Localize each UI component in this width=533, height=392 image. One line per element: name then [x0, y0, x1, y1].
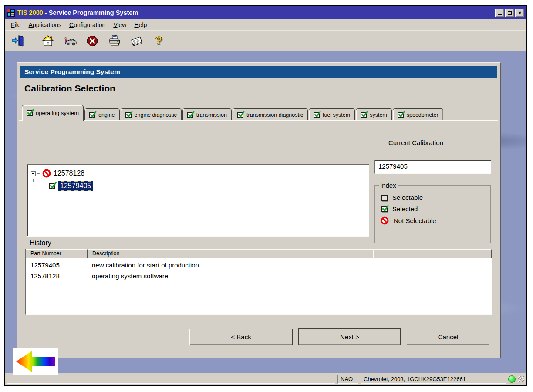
checked-checkbox-icon — [125, 112, 132, 118]
status-led-icon — [508, 375, 516, 383]
history-part-number: 12578128 — [26, 272, 88, 280]
tab-engine-diagnostic[interactable]: engine diagnostic — [121, 108, 182, 121]
minimize-icon — [498, 14, 502, 15]
tab-content: Current Calibration 12578128 — [17, 121, 500, 358]
checked-checkbox-icon — [361, 112, 367, 118]
rainbow-cursor-box — [13, 348, 58, 375]
history-description: operating system software — [88, 272, 168, 280]
legend-item-selected: Selected — [381, 205, 490, 213]
not-selectable-icon — [42, 169, 51, 178]
documents-icon — [130, 34, 143, 47]
cancel-button[interactable]: Cancel — [407, 329, 489, 345]
tab-operating-system[interactable]: operating system — [22, 105, 84, 121]
tree-node-root[interactable]: 12578128 — [31, 169, 84, 178]
status-region: NAO — [337, 375, 358, 384]
selected-checkbox-icon[interactable] — [49, 183, 55, 189]
window-title-doc: - Service Programming System — [43, 9, 138, 16]
menu-bar: File Applications Configuration View Hel… — [5, 19, 526, 30]
tab-engine[interactable]: engine — [84, 108, 120, 121]
svg-text:?: ? — [155, 34, 162, 47]
menu-configuration[interactable]: Configuration — [65, 20, 109, 30]
toolbar-vehicle-button[interactable] — [61, 32, 79, 50]
index-legend: Index Selectable Selected Not Selectable — [374, 182, 491, 243]
tab-transmission-diagnostic[interactable]: transmission diagnostic — [233, 108, 308, 121]
selected-checkbox-icon — [381, 206, 388, 212]
legend-label: Not Selectable — [394, 217, 436, 224]
back-button[interactable]: < Back — [189, 329, 293, 345]
history-part-number: 12579405 — [26, 261, 88, 269]
maximize-button[interactable] — [505, 9, 514, 17]
checked-checkbox-icon — [398, 112, 404, 118]
close-button[interactable]: × — [515, 9, 524, 17]
history-table-header: Part Number Description — [26, 249, 492, 258]
legend-item-selectable: Selectable — [381, 194, 490, 201]
exit-icon — [11, 34, 24, 47]
history-label: History — [30, 239, 51, 247]
toolbar-documents-button[interactable] — [128, 32, 146, 50]
history-table: Part Number Description 12579405 new cal… — [25, 249, 492, 315]
app-window: TIS 2000 - Service Programming System × … — [4, 5, 527, 386]
tab-fuel-system[interactable]: fuel system — [309, 108, 355, 121]
toolbar-exit-button[interactable] — [9, 32, 27, 50]
window-title-app: TIS 2000 — [17, 9, 43, 16]
panel-header: Service Programming System — [20, 66, 497, 78]
tree-node-label-selected[interactable]: 12579405 — [58, 181, 93, 191]
tab-strip: operating system engine engine diagnosti… — [22, 103, 496, 121]
help-icon: ? ? — [152, 34, 165, 47]
menu-file[interactable]: File — [7, 20, 25, 30]
toolbar-help-button[interactable]: ? ? — [150, 32, 168, 50]
index-legend-title: Index — [379, 182, 398, 189]
status-message-panel — [7, 375, 335, 384]
menu-help[interactable]: Help — [130, 20, 151, 30]
column-header-part-number[interactable]: Part Number — [26, 249, 88, 258]
close-icon: × — [518, 10, 522, 16]
legend-label: Selectable — [392, 194, 423, 201]
checked-checkbox-icon — [89, 112, 95, 118]
column-header-description[interactable]: Description — [88, 249, 373, 258]
history-row[interactable]: 12578128 operating system software — [26, 270, 492, 281]
not-selectable-icon — [381, 216, 389, 225]
vehicle-icon — [64, 34, 77, 47]
sps-panel: Service Programming System Calibration S… — [17, 62, 501, 358]
history-row[interactable]: 12579405 new calibration for start of pr… — [26, 260, 492, 270]
menu-applications[interactable]: Applications — [25, 20, 66, 30]
toolbar: ? ? — [5, 30, 526, 51]
page-title: Calibration Selection — [24, 83, 115, 94]
workspace: Service Programming System Calibration S… — [5, 51, 526, 373]
toolbar-home-button[interactable] — [39, 32, 57, 50]
window-title: TIS 2000 - Service Programming System — [17, 9, 493, 16]
menu-view[interactable]: View — [109, 20, 130, 30]
rainbow-arrow-icon — [16, 351, 55, 372]
toolbar-print-button[interactable] — [105, 32, 124, 50]
title-bar: TIS 2000 - Service Programming System × — [5, 6, 526, 19]
checked-checkbox-icon — [187, 112, 193, 118]
resize-grip[interactable] — [518, 376, 524, 382]
maximize-icon — [508, 11, 512, 15]
checked-checkbox-icon — [27, 110, 33, 116]
status-bar: NAO Chevrolet, 2003, 1GCHK29G53E122661 — [5, 373, 526, 385]
home-icon — [41, 34, 54, 47]
tab-system[interactable]: system — [356, 108, 392, 121]
next-button[interactable]: Next > — [299, 329, 401, 345]
checked-checkbox-icon — [237, 112, 243, 118]
calibration-tree[interactable]: 12578128 12579405 — [27, 164, 369, 237]
legend-label: Selected — [392, 205, 418, 213]
checked-checkbox-icon — [314, 112, 320, 118]
stop-icon — [86, 34, 99, 47]
toolbar-stop-button[interactable] — [83, 32, 101, 50]
current-calibration-label: Current Calibration — [388, 139, 443, 146]
selectable-checkbox-icon — [381, 195, 388, 201]
tree-node-child[interactable]: 12579405 — [49, 181, 93, 191]
tree-node-label[interactable]: 12578128 — [54, 169, 84, 177]
history-description: new calibration for start of production — [88, 261, 199, 269]
column-header-filler — [373, 249, 492, 258]
tab-transmission[interactable]: transmission — [182, 108, 232, 121]
print-icon — [108, 34, 121, 47]
screenshot-root: { "window": { "title_app": "TIS 2000", "… — [0, 0, 533, 392]
current-calibration-value[interactable]: 12579405 — [374, 160, 491, 174]
tab-speedometer[interactable]: speedometer — [393, 108, 443, 121]
tree-connector — [33, 186, 48, 186]
tree-collapse-icon[interactable] — [31, 171, 36, 176]
minimize-button[interactable] — [495, 9, 504, 17]
status-vehicle: Chevrolet, 2003, 1GCHK29G53E122661 — [361, 375, 506, 384]
